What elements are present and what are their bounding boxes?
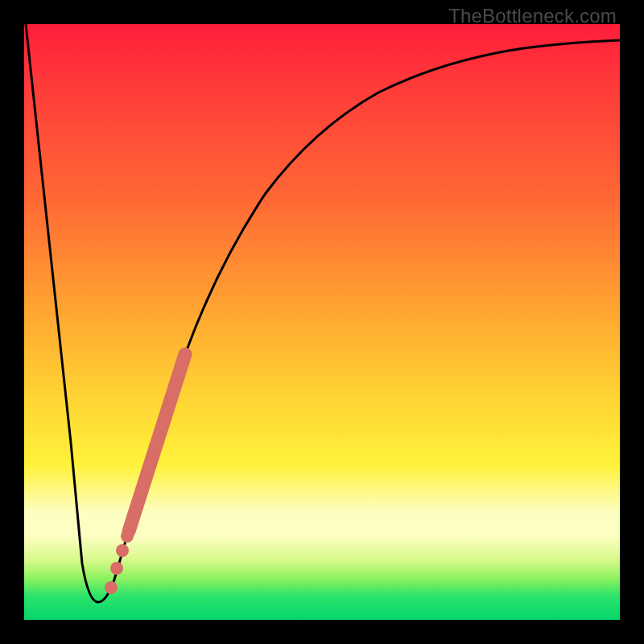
svg-point-3 xyxy=(121,530,134,543)
plot-area xyxy=(24,24,620,620)
svg-point-1 xyxy=(110,562,123,575)
chart-frame: TheBottleneck.com xyxy=(0,0,644,644)
bottleneck-curve xyxy=(24,24,620,620)
hotspot-segment xyxy=(129,354,185,531)
svg-point-2 xyxy=(116,544,129,557)
curve-path xyxy=(26,24,620,602)
svg-point-0 xyxy=(105,581,118,594)
